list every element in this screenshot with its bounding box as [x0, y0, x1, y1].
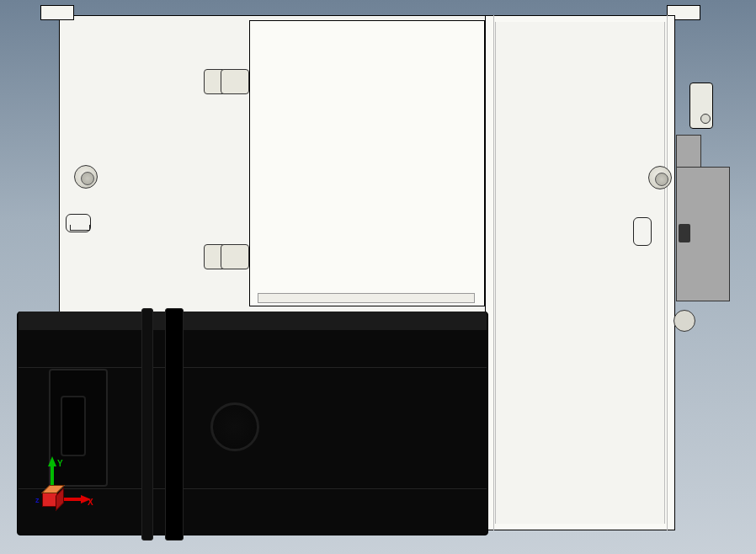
axis-y-arrow-icon	[48, 456, 56, 466]
edge-line	[667, 15, 668, 530]
axis-y-label: Y	[57, 460, 63, 468]
axis-x-label: X	[88, 498, 93, 507]
center-cover-lip	[258, 293, 475, 303]
cad-viewport[interactable]: Y X z	[0, 0, 756, 554]
motor-face-ring	[210, 402, 259, 451]
motor-top-edge	[19, 312, 487, 330]
motor-seam	[19, 367, 487, 368]
right-extension-inner	[495, 22, 665, 524]
socket-head-screw	[648, 166, 672, 189]
motor-collar	[165, 308, 184, 541]
bracket-pin	[679, 224, 690, 242]
center-cover-plate	[249, 20, 485, 306]
mounting-slot-left	[66, 214, 91, 232]
socket-head-screw	[74, 165, 98, 189]
standoff	[221, 244, 249, 269]
side-connector-cap	[700, 114, 711, 124]
axis-z-label: z	[35, 497, 40, 504]
standoff	[221, 69, 249, 94]
top-flange-left	[40, 5, 74, 20]
motor-collar	[141, 308, 153, 541]
origin-cube-icon[interactable]	[42, 492, 57, 507]
edge-line	[493, 15, 494, 530]
roller-knob	[673, 310, 695, 332]
motor-endcap-slot	[61, 396, 86, 456]
origin-triad[interactable]: Y X z	[32, 461, 91, 520]
mounting-slot-right	[633, 217, 652, 246]
